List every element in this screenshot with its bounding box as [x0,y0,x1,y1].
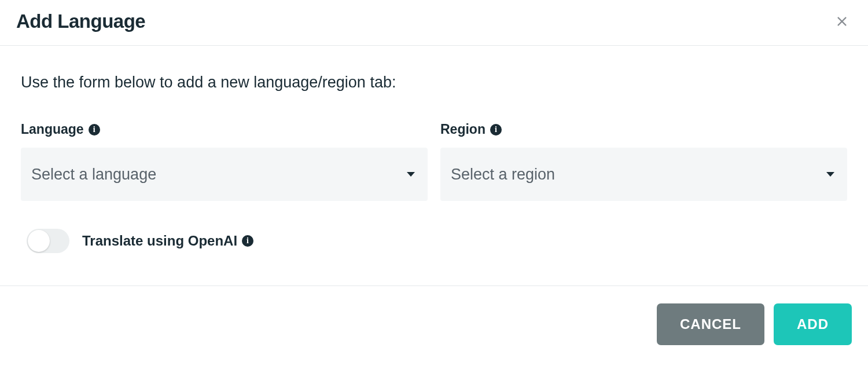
info-icon[interactable]: i [89,124,100,136]
toggle-knob [28,230,50,252]
region-field-group: Region i Select a region [440,122,847,201]
region-select-placeholder: Select a region [451,166,555,184]
region-select[interactable]: Select a region [440,148,847,201]
close-icon [836,15,848,28]
info-icon[interactable]: i [242,235,253,247]
form-row: Language i Select a language Region i Se… [21,122,847,201]
chevron-down-icon [826,172,834,177]
modal-title: Add Language [16,10,145,32]
translate-toggle-label-text: Translate using OpenAI [82,233,237,249]
region-label-text: Region [440,122,486,137]
translate-toggle-label: Translate using OpenAI i [82,233,253,249]
region-label: Region i [440,122,847,137]
cancel-button[interactable]: CANCEL [657,303,764,345]
language-field-group: Language i Select a language [21,122,428,201]
translate-toggle[interactable] [27,229,69,253]
close-button[interactable] [836,15,848,28]
add-button[interactable]: ADD [774,303,852,345]
modal-footer: CANCEL ADD [0,285,868,359]
language-select-placeholder: Select a language [31,166,156,184]
translate-toggle-row: Translate using OpenAI i [27,229,847,253]
language-label-text: Language [21,122,84,137]
instruction-text: Use the form below to add a new language… [21,74,847,91]
modal-body: Use the form below to add a new language… [0,46,868,285]
language-label: Language i [21,122,428,137]
chevron-down-icon [407,172,415,177]
info-icon[interactable]: i [490,124,502,136]
language-select[interactable]: Select a language [21,148,428,201]
modal-header: Add Language [0,0,868,46]
